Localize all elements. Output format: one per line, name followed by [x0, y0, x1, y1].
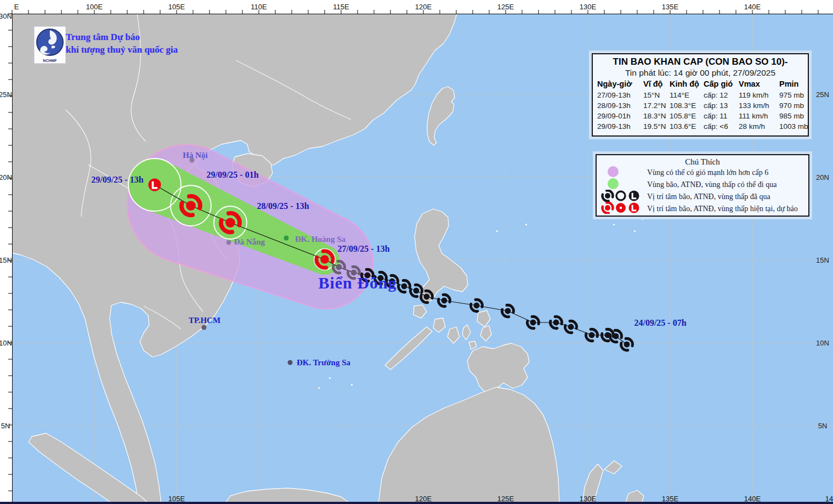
table-cell: 19.5°N — [643, 121, 670, 132]
table-cell: 1003 mb — [779, 121, 809, 132]
logo-text: NCHMF — [43, 59, 56, 63]
axis-label-top: 110E — [251, 3, 267, 11]
track-date-label: 28/09/25 - 13h — [257, 201, 309, 211]
axis-label-top: 140E — [744, 3, 761, 11]
table-cell: 29/09-01h — [597, 111, 643, 121]
table-cell: cấp: <6 — [704, 121, 739, 132]
storm-symbols-icon — [601, 202, 647, 216]
org-name-line1: Trung tâm Dự báo — [66, 31, 178, 43]
axis-label-right: 25N — [816, 90, 829, 99]
bulletin-issued-time: Tin phát lúc: 14 giờ 00 phút, 27/09/2025 — [597, 68, 803, 78]
legend-item-label: Vị trí tâm bão, ATNĐ, vùng thấp hiện tại… — [647, 205, 798, 213]
org-name-line2: khí tượng thuỷ văn quốc gia — [66, 43, 178, 56]
axis-label-right: 5N — [818, 422, 828, 430]
table-col-header: Vmax — [739, 78, 779, 90]
table-cell: cấp: 11 — [704, 111, 739, 121]
axis-label-left: 25N — [0, 90, 12, 99]
table-cell: 985 mb — [779, 111, 809, 121]
axis-label-top: 115E — [333, 3, 349, 11]
city-dot — [288, 360, 293, 365]
table-cell: 28 km/h — [739, 121, 779, 132]
sea-name-label: Biển Đông — [318, 274, 396, 292]
table-col-header: Ngày-giờ — [597, 78, 643, 90]
nchmf-logo: NCHMF — [34, 26, 66, 64]
forecast-table-rows: 27/09-13h15°N114°Ecấp: 12119 km/h975 mb2… — [597, 90, 803, 132]
table-cell: 29/09-13h — [597, 121, 643, 132]
city-dot — [284, 236, 289, 241]
legend-box: Chú Thích Vùng có thể có gió mạnh lớn hơ… — [593, 151, 812, 219]
table-cell: 17.2°N — [643, 100, 670, 111]
axis-label-top: 135E — [662, 3, 678, 11]
axis-label-top: 100E — [86, 3, 103, 11]
city-label: Đà Nẵng — [234, 237, 265, 247]
table-row: 27/09-13h15°N114°Ecấp: 12119 km/h975 mb — [597, 90, 803, 100]
track-date-label: 29/09/25 - 01h — [206, 170, 258, 180]
axis-label-right: 15N — [816, 256, 829, 264]
storm-info-box: TIN BAO KHAN CAP (CON BAO SO 10)- Tin ph… — [589, 50, 812, 139]
axis-label-top: 130E — [580, 3, 596, 11]
track-date-label: 29/09/25 - 13h — [91, 175, 143, 185]
city-dot — [226, 240, 231, 245]
org-name: Trung tâm Dự báo khí tượng thuỷ văn quốc… — [66, 31, 178, 56]
city-dot — [202, 325, 207, 330]
city-label: ĐK. Trường Sa — [297, 358, 350, 367]
table-cell: 133 km/h — [739, 100, 779, 111]
forecast-table-header: Ngày-giờVĩ độKinh độCấp gióVmaxPmin — [597, 78, 803, 90]
axis-label-top: 120E — [415, 3, 432, 11]
legend-item: Vùng có thể có gió mạnh lớn hơn cấp 6 — [601, 167, 804, 179]
table-col-header: Pmin — [779, 78, 809, 90]
table-cell: 105.8°E — [670, 111, 704, 121]
table-col-header: Cấp gió — [704, 78, 739, 90]
axis-label-top: 105E — [168, 3, 185, 11]
legend-item: Vùng bão, ATNĐ, vùng thấp có thể đi qua — [601, 179, 804, 191]
city-label: TP.HCM — [189, 316, 220, 325]
table-cell: cấp: 13 — [704, 100, 739, 111]
legend-rows: Vùng có thể có gió mạnh lớn hơn cấp 6Vùn… — [601, 167, 804, 215]
table-cell: 103.6°E — [670, 121, 704, 132]
table-row: 28/09-13h17.2°N108.3°Ecấp: 13133 km/h970… — [597, 100, 803, 111]
legend-item: Vị trí tâm bão, ATNĐ, vùng thấp đã qua — [601, 191, 804, 203]
city-label: Hà Nội — [183, 151, 207, 160]
axis-label-top: E — [14, 3, 19, 11]
table-cell: 114°E — [670, 90, 704, 100]
axis-label-left: 15N — [0, 256, 12, 264]
storm-forecast-app: E100E105E110E115E120E125E130E135E140E30N… — [0, 0, 833, 504]
table-row: 29/09-01h18.3°N105.8°Ecấp: 11111 km/h985… — [597, 111, 803, 121]
table-col-header: Kinh độ — [670, 78, 704, 90]
window-bottom-edge — [0, 502, 833, 504]
table-cell: 975 mb — [779, 90, 809, 100]
axis-label-right: 10N — [816, 339, 829, 347]
table-col-header: Vĩ độ — [643, 78, 670, 90]
axis-label-top: 125E — [497, 3, 514, 11]
bulletin-title: TIN BAO KHAN CAP (CON BAO SO 10)- — [597, 56, 803, 67]
legend-item: Vị trí tâm bão, ATNĐ, vùng thấp hiện tại… — [601, 203, 804, 215]
legend-item-label: Vùng có thể có gió mạnh lớn hơn cấp 6 — [647, 168, 768, 177]
table-cell: cấp: 12 — [704, 90, 739, 100]
legend-item-label: Vị trí tâm bão, ATNĐ, vùng thấp đã qua — [647, 192, 770, 201]
table-cell: 108.3°E — [670, 100, 704, 111]
legend-item-label: Vùng bão, ATNĐ, vùng thấp có thể đi qua — [647, 180, 777, 189]
axis-label-left: 20N — [0, 173, 12, 182]
track-date-label: 24/09/25 - 07h — [634, 318, 686, 328]
table-cell: 27/09-13h — [597, 90, 643, 100]
forecast-low-position — [149, 179, 161, 191]
table-row: 29/09-13h19.5°N103.6°Ecấp: <628 km/h1003… — [597, 121, 803, 132]
table-cell: 15°N — [643, 90, 670, 100]
table-cell: 970 mb — [779, 100, 809, 111]
table-cell: 18.3°N — [643, 111, 670, 121]
track-date-label: 27/09/25 - 13h — [337, 244, 389, 254]
city-label: ĐK. Hoàng Sa — [295, 235, 345, 244]
axis-label-left: 30N — [0, 12, 12, 20]
table-cell: 111 km/h — [739, 111, 779, 121]
table-cell: 28/09-13h — [597, 100, 643, 111]
table-cell: 119 km/h — [739, 90, 779, 100]
axis-label-left: 5N — [1, 422, 10, 430]
axis-label-right: 20N — [816, 173, 829, 182]
axis-label-left: 10N — [0, 339, 12, 347]
